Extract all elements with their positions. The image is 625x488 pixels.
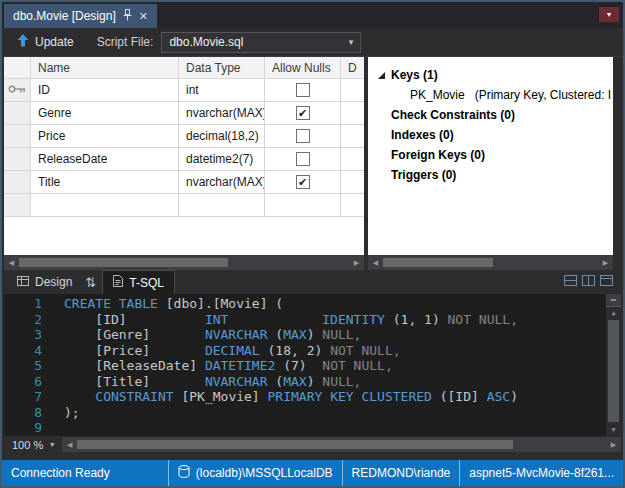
row-selector[interactable] bbox=[4, 102, 31, 125]
app-window: dbo.Movie [Design] ✕ ▾ Update Script Fil… bbox=[0, 0, 625, 488]
code-line[interactable]: 3 [Genre] NVARCHAR (MAX) NULL, bbox=[4, 327, 605, 343]
column-name-cell[interactable]: ReleaseDate bbox=[31, 148, 179, 171]
tab-dbo-movie-design[interactable]: dbo.Movie [Design] ✕ bbox=[4, 4, 157, 28]
tab-title: dbo.Movie [Design] bbox=[13, 9, 116, 23]
data-type-cell[interactable]: int bbox=[179, 79, 265, 102]
code-text: [Genre] NVARCHAR (MAX) NULL, bbox=[64, 327, 361, 343]
scrollbar-thumb[interactable] bbox=[608, 320, 619, 422]
tsql-editor[interactable]: 1CREATE TABLE [dbo].[Movie] (2 [ID] INT … bbox=[4, 294, 621, 436]
script-file-dropdown[interactable]: dbo.Movie.sql ▾ bbox=[161, 32, 361, 53]
script-file-value: dbo.Movie.sql bbox=[169, 35, 243, 49]
row-selector[interactable] bbox=[4, 194, 31, 217]
table-row: Pricedecimal(18,2) bbox=[4, 125, 364, 148]
design-grid-icon bbox=[17, 275, 29, 290]
context-panel-item[interactable]: PK_Movie (Primary Key, Clustered: I bbox=[378, 85, 613, 105]
scroll-right-icon[interactable]: ▶ bbox=[349, 259, 364, 267]
column-name-cell[interactable]: ID bbox=[31, 79, 179, 102]
split-vertical-icon[interactable] bbox=[582, 275, 595, 289]
design-tab-label: Design bbox=[35, 275, 72, 289]
editor-vertical-scrollbar[interactable]: ═ ▲ ▼ bbox=[606, 294, 621, 436]
update-button[interactable]: Update bbox=[10, 31, 81, 53]
window-menu-button[interactable]: ▾ bbox=[599, 7, 619, 22]
column-name-cell[interactable]: Title bbox=[31, 171, 179, 194]
column-name-cell[interactable] bbox=[31, 194, 179, 217]
chevron-down-icon: ▾ bbox=[607, 10, 611, 19]
single-pane-icon[interactable] bbox=[600, 275, 613, 289]
script-file-label: Script File: bbox=[97, 35, 154, 49]
line-number: 9 bbox=[4, 420, 42, 436]
pane-tab-strip: Design ⇅ T-SQL bbox=[2, 270, 623, 294]
code-line[interactable]: 9 bbox=[4, 420, 605, 436]
zoom-value: 100 % bbox=[12, 439, 43, 451]
allow-nulls-checkbox[interactable]: ✔ bbox=[296, 175, 310, 189]
row-selector[interactable] bbox=[4, 79, 31, 102]
scrollbar-thumb[interactable] bbox=[19, 258, 228, 267]
status-message: Connection Ready bbox=[2, 466, 110, 480]
context-panel-item[interactable]: Triggers (0) bbox=[378, 165, 613, 185]
context-item-label: Keys (1) bbox=[391, 68, 438, 82]
column-name-cell[interactable]: Price bbox=[31, 125, 179, 148]
tab-tsql[interactable]: T-SQL bbox=[102, 270, 175, 294]
allow-nulls-checkbox[interactable]: ✔ bbox=[296, 106, 310, 120]
context-panel-item[interactable]: Foreign Keys (0) bbox=[378, 145, 613, 165]
split-horizontal-icon[interactable] bbox=[564, 275, 577, 289]
expander-icon[interactable] bbox=[378, 72, 385, 79]
extra-cell bbox=[341, 79, 364, 102]
code-line[interactable]: 1CREATE TABLE [dbo].[Movie] ( bbox=[4, 296, 605, 312]
data-type-cell[interactable] bbox=[179, 194, 265, 217]
code-text: [Title] NVARCHAR (MAX) NULL, bbox=[64, 374, 361, 390]
context-item-label: Triggers (0) bbox=[391, 168, 456, 182]
context-item-label: Indexes (0) bbox=[391, 128, 454, 142]
context-panel-item[interactable]: Keys (1) bbox=[378, 65, 613, 85]
column-name-cell[interactable]: Genre bbox=[31, 102, 179, 125]
allow-nulls-checkbox[interactable] bbox=[296, 152, 310, 166]
data-type-cell[interactable]: datetime2(7) bbox=[179, 148, 265, 171]
code-line[interactable]: 7 CONSTRAINT [PK_Movie] PRIMARY KEY CLUS… bbox=[4, 389, 605, 405]
scroll-right-icon[interactable]: ▶ bbox=[598, 259, 613, 267]
context-panel: Keys (1)PK_Movie (Primary Key, Clustered… bbox=[368, 57, 613, 270]
close-icon[interactable]: ✕ bbox=[139, 10, 148, 23]
code-line[interactable]: 6 [Title] NVARCHAR (MAX) NULL, bbox=[4, 374, 605, 390]
designer-header-row: NameData TypeAllow NullsD bbox=[4, 57, 364, 79]
row-selector[interactable] bbox=[4, 125, 31, 148]
code-text: CONSTRAINT [PK_Movie] PRIMARY KEY CLUSTE… bbox=[64, 389, 518, 405]
scroll-left-icon[interactable]: ◀ bbox=[368, 259, 383, 267]
tab-design[interactable]: Design bbox=[10, 272, 79, 293]
context-panel-item[interactable]: Check Constraints (0) bbox=[378, 105, 613, 125]
code-line[interactable]: 8); bbox=[4, 405, 605, 421]
allow-nulls-cell bbox=[265, 148, 341, 171]
scroll-up-icon[interactable]: ▲ bbox=[606, 307, 621, 319]
editor-horizontal-scrollbar[interactable]: ◀ ▶ bbox=[62, 437, 621, 452]
designer-horizontal-scrollbar[interactable]: ◀ ▶ bbox=[4, 255, 364, 270]
context-horizontal-scrollbar[interactable]: ◀ ▶ bbox=[368, 255, 613, 270]
column-header-d: D bbox=[341, 57, 364, 79]
scroll-right-icon[interactable]: ▶ bbox=[606, 441, 621, 449]
context-item-label: PK_Movie (Primary Key, Clustered: I bbox=[410, 88, 611, 102]
context-panel-item[interactable]: Indexes (0) bbox=[378, 125, 613, 145]
pin-icon[interactable] bbox=[123, 9, 132, 23]
code-text: [ID] INT IDENTITY (1, 1) NOT NULL, bbox=[64, 312, 518, 328]
tsql-tab-label: T-SQL bbox=[129, 276, 164, 290]
scroll-left-icon[interactable]: ◀ bbox=[4, 259, 19, 267]
code-line[interactable]: 4 [Price] DECIMAL (18, 2) NOT NULL, bbox=[4, 343, 605, 359]
scroll-down-icon[interactable]: ▼ bbox=[606, 424, 621, 436]
allow-nulls-checkbox[interactable] bbox=[296, 129, 310, 143]
extra-cell bbox=[341, 194, 364, 217]
script-file-icon bbox=[113, 275, 123, 290]
zoom-control[interactable]: 100 % ▾ bbox=[4, 439, 62, 451]
data-type-cell[interactable]: nvarchar(MAX) bbox=[179, 171, 265, 194]
code-line[interactable]: 2 [ID] INT IDENTITY (1, 1) NOT NULL, bbox=[4, 312, 605, 328]
swap-panes-icon[interactable]: ⇅ bbox=[85, 275, 96, 290]
row-selector[interactable] bbox=[4, 148, 31, 171]
code-line[interactable]: 5 [ReleaseDate] DATETIME2 (7) NOT NULL, bbox=[4, 358, 605, 374]
data-type-cell[interactable]: decimal(18,2) bbox=[179, 125, 265, 148]
scrollbar-thumb[interactable] bbox=[383, 258, 493, 267]
splitter-grip-icon[interactable]: ═ bbox=[606, 294, 621, 307]
scroll-left-icon[interactable]: ◀ bbox=[62, 441, 77, 449]
allow-nulls-checkbox[interactable] bbox=[296, 83, 310, 97]
extra-cell bbox=[341, 125, 364, 148]
status-server-segment: (localdb)\MSSQLLocalDB bbox=[168, 460, 342, 486]
data-type-cell[interactable]: nvarchar(MAX) bbox=[179, 102, 265, 125]
scrollbar-thumb[interactable] bbox=[77, 440, 513, 449]
row-selector[interactable] bbox=[4, 171, 31, 194]
